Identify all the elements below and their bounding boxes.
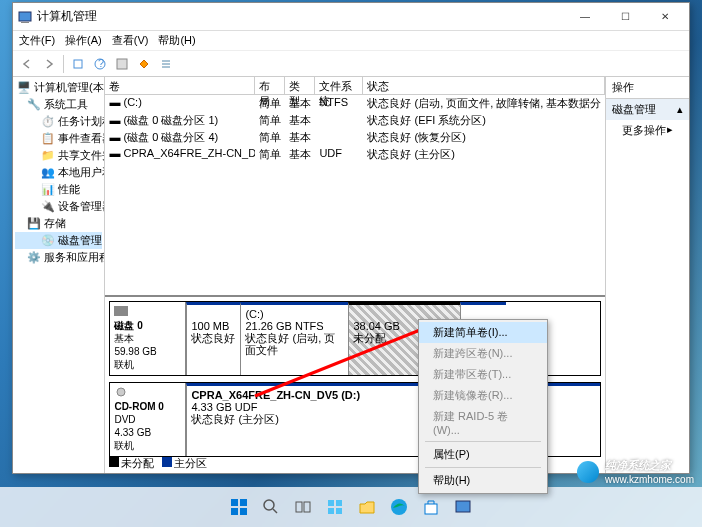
tree-eventviewer[interactable]: 📋事件查看器 [15, 130, 102, 147]
nav-tree[interactable]: 🖥️计算机管理(本地) 🔧系统工具 ⏱️任务计划程序 📋事件查看器 📁共享文件夹… [13, 77, 105, 473]
actions-more[interactable]: 更多操作▸ [606, 120, 689, 141]
cdrom-info: CD-ROM 0 DVD 4.33 GB 联机 [110, 383, 186, 456]
menu-new-simple-volume[interactable]: 新建简单卷(I)... [419, 322, 547, 343]
menu-new-raid5-volume: 新建 RAID-5 卷(W)... [419, 406, 547, 439]
svg-rect-24 [336, 508, 342, 514]
tree-root[interactable]: 🖥️计算机管理(本地) [15, 79, 102, 96]
svg-text:?: ? [98, 57, 104, 69]
partition-c[interactable]: (C:)21.26 GB NTFS状态良好 (启动, 页面文件 [240, 302, 348, 375]
svg-rect-14 [240, 499, 247, 506]
computer-management-window: 计算机管理 — ☐ ✕ 文件(F) 操作(A) 查看(V) 帮助(H) ? 🖥️… [12, 2, 690, 474]
store-icon[interactable] [417, 493, 445, 521]
menu-view[interactable]: 查看(V) [112, 33, 149, 48]
titlebar[interactable]: 计算机管理 — ☐ ✕ [13, 3, 689, 31]
tree-taskscheduler[interactable]: ⏱️任务计划程序 [15, 113, 102, 130]
storage-icon: 💾 [27, 217, 41, 231]
svg-rect-19 [296, 502, 302, 512]
tree-sharedfolders[interactable]: 📁共享文件夹 [15, 147, 102, 164]
svg-line-18 [273, 509, 277, 513]
svg-rect-27 [456, 501, 470, 512]
menu-file[interactable]: 文件(F) [19, 33, 55, 48]
settings-button[interactable] [112, 54, 132, 74]
chevron-right-icon: ▸ [667, 123, 673, 138]
volume-row[interactable]: ▬ (磁盘 0 磁盘分区 1)简单基本状态良好 (EFI 系统分区) [105, 112, 605, 129]
menu-new-striped-volume: 新建带区卷(T)... [419, 364, 547, 385]
legend: 未分配 主分区 [109, 456, 207, 471]
svg-rect-5 [117, 59, 127, 69]
disk-0-info: 磁盘 0 基本 59.98 GB 联机 [110, 302, 186, 375]
svg-rect-23 [328, 508, 334, 514]
header-fs[interactable]: 文件系统 [315, 77, 363, 94]
svg-point-10 [117, 388, 125, 396]
disk-indicator-icon [114, 306, 181, 319]
tree-performance[interactable]: 📊性能 [15, 181, 102, 198]
header-layout[interactable]: 布局 [255, 77, 285, 94]
svg-rect-1 [21, 22, 29, 23]
explorer-icon[interactable] [353, 493, 381, 521]
computer-icon: 🖥️ [17, 81, 31, 95]
app-icon [17, 9, 33, 25]
volume-row[interactable]: ▬ (C:)简单基本NTFS状态良好 (启动, 页面文件, 故障转储, 基本数据… [105, 95, 605, 112]
menu-action[interactable]: 操作(A) [65, 33, 102, 48]
widgets-icon[interactable] [321, 493, 349, 521]
list-icon[interactable] [156, 54, 176, 74]
cdrom-indicator-icon [114, 387, 181, 400]
volume-row[interactable]: ▬ (磁盘 0 磁盘分区 4)简单基本状态良好 (恢复分区) [105, 129, 605, 146]
menubar: 文件(F) 操作(A) 查看(V) 帮助(H) [13, 31, 689, 51]
menu-help[interactable]: 帮助(H) [158, 33, 195, 48]
toolbar: ? [13, 51, 689, 77]
taskview-icon[interactable] [289, 493, 317, 521]
svg-rect-2 [74, 60, 82, 68]
start-button[interactable] [225, 493, 253, 521]
collapse-icon: ▴ [677, 103, 683, 116]
close-button[interactable]: ✕ [645, 4, 685, 30]
svg-rect-15 [231, 508, 238, 515]
minimize-button[interactable]: — [565, 4, 605, 30]
taskbar[interactable] [0, 487, 702, 527]
header-type[interactable]: 类型 [285, 77, 315, 94]
edge-icon[interactable] [385, 493, 413, 521]
volume-headers: 卷 布局 类型 文件系统 状态 [105, 77, 605, 95]
menu-help[interactable]: 帮助(H) [419, 470, 547, 491]
svg-rect-16 [240, 508, 247, 515]
help-button[interactable]: ? [90, 54, 110, 74]
volume-list[interactable]: 卷 布局 类型 文件系统 状态 ▬ (C:)简单基本NTFS状态良好 (启动, … [105, 77, 605, 297]
event-icon: 📋 [41, 132, 55, 146]
refresh-button[interactable] [68, 54, 88, 74]
app-taskbar-icon[interactable] [449, 493, 477, 521]
svg-rect-0 [19, 12, 31, 21]
window-title: 计算机管理 [37, 8, 565, 25]
header-status[interactable]: 状态 [363, 77, 605, 94]
tree-localusers[interactable]: 👥本地用户和组 [15, 164, 102, 181]
tree-devmgr[interactable]: 🔌设备管理器 [15, 198, 102, 215]
back-button[interactable] [17, 54, 37, 74]
menu-new-spanned-volume: 新建跨区卷(N)... [419, 343, 547, 364]
context-menu: 新建简单卷(I)... 新建跨区卷(N)... 新建带区卷(T)... 新建镜像… [418, 319, 548, 494]
device-icon: 🔌 [41, 200, 55, 214]
disk-icon: 💿 [41, 234, 55, 248]
tree-storage[interactable]: 💾存储 [15, 215, 102, 232]
menu-properties[interactable]: 属性(P) [419, 444, 547, 465]
menu-new-mirror-volume: 新建镜像卷(R)... [419, 385, 547, 406]
svg-rect-21 [328, 500, 334, 506]
tree-diskmgmt[interactable]: 💿磁盘管理 [15, 232, 102, 249]
partition-efi[interactable]: 100 MB状态良好 [186, 302, 240, 375]
folder-icon: 📁 [41, 149, 55, 163]
actions-title[interactable]: 磁盘管理▴ [606, 99, 689, 120]
tree-systools[interactable]: 🔧系统工具 [15, 96, 102, 113]
svg-rect-9 [114, 306, 128, 316]
tree-services[interactable]: ⚙️服务和应用程序 [15, 249, 102, 266]
forward-button[interactable] [39, 54, 59, 74]
svg-rect-13 [231, 499, 238, 506]
svg-rect-26 [425, 504, 437, 514]
search-icon[interactable] [257, 493, 285, 521]
action-icon[interactable] [134, 54, 154, 74]
tools-icon: 🔧 [27, 98, 41, 112]
users-icon: 👥 [41, 166, 55, 180]
clock-icon: ⏱️ [41, 115, 55, 129]
maximize-button[interactable]: ☐ [605, 4, 645, 30]
header-volume[interactable]: 卷 [105, 77, 255, 94]
volume-row[interactable]: ▬ CPRA_X64FRE_ZH-CN_DV5 (D:)简单基本UDF状态良好 … [105, 146, 605, 163]
watermark: 纯净系统之家www.kzmhome.com [577, 458, 694, 485]
watermark-logo-icon [577, 461, 599, 483]
